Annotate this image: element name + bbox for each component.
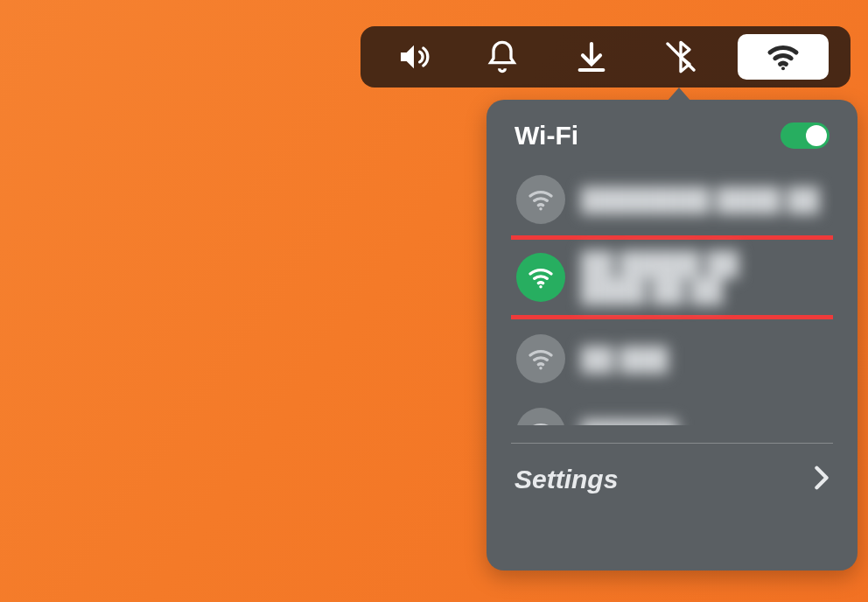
wifi-network-name-redacted: ██ █████ ██████ ██ ██ — [581, 250, 738, 304]
wifi-network-item[interactable]: ██████ — [511, 399, 833, 425]
wifi-network-item[interactable]: ████████ ████ ██ — [511, 166, 833, 233]
downloads-icon[interactable] — [560, 34, 623, 80]
notifications-icon[interactable] — [471, 34, 534, 80]
wifi-signal-icon — [516, 408, 565, 425]
svg-point-4 — [539, 367, 542, 369]
wifi-title: Wi-Fi — [514, 121, 578, 150]
wifi-network-name-redacted: ██████ — [581, 419, 678, 426]
settings-label: Settings — [514, 465, 618, 494]
wifi-network-name-redacted: ████████ ████ ██ — [581, 186, 819, 214]
wifi-network-item-connected[interactable]: ██ █████ ██████ ██ ██ — [511, 240, 833, 315]
wifi-settings-row[interactable]: Settings — [511, 459, 833, 500]
wifi-signal-icon — [516, 175, 565, 224]
wifi-toggle[interactable] — [780, 122, 830, 149]
svg-point-1 — [781, 66, 785, 70]
wifi-signal-icon — [516, 334, 565, 383]
chevron-right-icon — [814, 466, 830, 494]
system-tray — [360, 26, 850, 88]
bluetooth-off-icon[interactable] — [649, 34, 712, 80]
wifi-signal-icon — [516, 253, 565, 302]
wifi-network-name-redacted: ██ ███ — [581, 346, 668, 373]
volume-icon[interactable] — [382, 34, 445, 80]
wifi-header: Wi-Fi — [511, 121, 833, 150]
svg-point-2 — [539, 207, 542, 210]
wifi-network-item[interactable]: ██ ███ — [511, 326, 833, 392]
popover-arrow — [667, 88, 691, 102]
svg-point-3 — [539, 285, 542, 288]
separator — [511, 443, 833, 444]
wifi-popover: Wi-Fi ████████ ████ ██ ██ █████ ██████ █… — [486, 88, 858, 570]
wifi-network-list: ████████ ████ ██ ██ █████ ██████ ██ ██ █… — [511, 166, 833, 425]
wifi-icon[interactable] — [738, 34, 829, 80]
